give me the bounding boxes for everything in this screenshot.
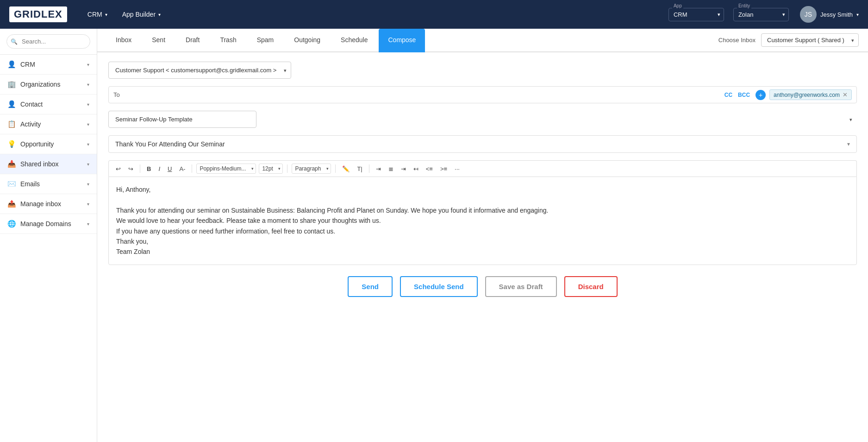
tab-schedule[interactable]: Schedule xyxy=(331,29,377,52)
toolbar-separator-5 xyxy=(369,164,369,173)
sidebar-item-opportunity[interactable]: 💡 Opportunity ▾ xyxy=(0,134,97,154)
toolbar-separator-3 xyxy=(287,164,287,173)
tab-trash[interactable]: Trash xyxy=(211,29,245,52)
shared-inbox-icon: 📥 xyxy=(7,160,16,168)
search-wrapper xyxy=(6,34,90,49)
main-layout: 👤 CRM ▾ 🏢 Organizations ▾ 👤 Contact ▾ 📋 … xyxy=(0,29,868,442)
manage-inbox-icon: 📤 xyxy=(7,200,16,208)
organizations-icon: 🏢 xyxy=(7,80,16,88)
body-line4: If you have any questions or need furthe… xyxy=(116,226,849,236)
user-chevron-icon: ▾ xyxy=(856,12,859,17)
undo-button[interactable]: ↩ xyxy=(113,164,123,174)
tab-bar-right: Choose Inbox Customer Support ( Shared ) xyxy=(718,33,859,47)
from-selector[interactable]: Customer Support < customersupport@cs.gr… xyxy=(108,62,291,79)
cc-button[interactable]: CC xyxy=(723,91,734,99)
font-size-select[interactable]: 12pt xyxy=(259,164,283,174)
outdent-button[interactable]: <≡ xyxy=(424,164,435,174)
sidebar-item-label: Emails xyxy=(20,180,40,188)
opportunity-icon: 💡 xyxy=(7,140,16,148)
schedule-send-button[interactable]: Schedule Send xyxy=(400,276,478,297)
manage-domains-chevron-icon: ▾ xyxy=(87,221,89,227)
sidebar-item-activity[interactable]: 📋 Activity ▾ xyxy=(0,114,97,134)
indent-left-button[interactable]: ↤ xyxy=(411,164,421,174)
body-greeting: Hi, Anthony, xyxy=(116,184,849,195)
send-button[interactable]: Send xyxy=(348,276,393,297)
organizations-chevron-icon: ▾ xyxy=(87,82,89,87)
user-name: Jessy Smith xyxy=(820,11,853,18)
content-area: Inbox Sent Draft Trash Spam Outgoing Sch… xyxy=(97,29,868,442)
tab-sent[interactable]: Sent xyxy=(143,29,175,52)
template-select[interactable]: Seminar Follow-Up Template xyxy=(108,111,256,128)
subject-expand-icon[interactable]: ▾ xyxy=(847,141,850,147)
sidebar-search-area xyxy=(0,29,97,55)
nav-items: CRM ▾ App Builder ▾ xyxy=(81,7,668,22)
sidebar-item-manage-domains[interactable]: 🌐 Manage Domains ▾ xyxy=(0,214,97,234)
sidebar-item-label: Organizations xyxy=(20,81,60,88)
tab-compose[interactable]: Compose xyxy=(379,29,425,52)
recipient-tag: anthony@greenworks.com ✕ xyxy=(769,89,852,100)
to-label: To xyxy=(113,91,127,98)
top-nav: GRIDLEX CRM ▾ App Builder ▾ App CRM Enti… xyxy=(0,0,868,29)
bold-button[interactable]: B xyxy=(144,164,153,174)
align-left-button[interactable]: ⇥ xyxy=(374,164,383,174)
app-select-wrapper: CRM xyxy=(668,8,724,21)
remove-recipient-button[interactable]: ✕ xyxy=(843,91,848,98)
sidebar-item-emails[interactable]: ✉️ Emails ▾ xyxy=(0,174,97,194)
text-color-button[interactable]: T| xyxy=(355,164,364,174)
contact-icon: 👤 xyxy=(7,100,16,108)
compose-area: Customer Support < customersupport@cs.gr… xyxy=(97,52,868,442)
redo-button[interactable]: ↪ xyxy=(126,164,136,174)
sidebar-item-crm[interactable]: 👤 CRM ▾ xyxy=(0,55,97,75)
sidebar-item-contact[interactable]: 👤 Contact ▾ xyxy=(0,95,97,114)
sidebar-item-label: Activity xyxy=(20,120,41,128)
activity-chevron-icon: ▾ xyxy=(87,122,89,127)
font-decrease-button[interactable]: A- xyxy=(177,164,187,174)
align-center-button[interactable]: ≣ xyxy=(386,164,396,174)
recipient-email: anthony@greenworks.com xyxy=(774,92,840,98)
crm-icon: 👤 xyxy=(7,60,16,69)
italic-button[interactable]: I xyxy=(156,164,162,174)
pen-icon[interactable]: ✏️ xyxy=(340,164,352,174)
entity-label: Entity xyxy=(737,3,751,8)
logo: GRIDLEX xyxy=(9,6,67,22)
body-line6: Team Zolan xyxy=(116,246,849,257)
cc-bcc-buttons: CC BCC xyxy=(723,91,752,99)
underline-button[interactable]: U xyxy=(165,164,174,174)
user-area[interactable]: JS Jessy Smith ▾ xyxy=(800,6,859,23)
opportunity-chevron-icon: ▾ xyxy=(87,142,89,147)
more-button[interactable]: ··· xyxy=(452,164,462,174)
font-name-wrapper: Poppins-Medium... xyxy=(196,164,256,174)
editor-body[interactable]: Hi, Anthony, Thank you for attending our… xyxy=(108,177,857,265)
indent-button[interactable]: >≡ xyxy=(438,164,450,174)
tab-outgoing[interactable]: Outgoing xyxy=(285,29,330,52)
paragraph-wrapper: Paragraph xyxy=(292,164,331,174)
paragraph-select[interactable]: Paragraph xyxy=(292,164,331,174)
to-input[interactable] xyxy=(131,91,719,98)
save-draft-button[interactable]: Save as Draft xyxy=(485,276,557,297)
tab-bar: Inbox Sent Draft Trash Spam Outgoing Sch… xyxy=(97,29,868,52)
align-right-button[interactable]: ⇥ xyxy=(399,164,408,174)
font-name-select[interactable]: Poppins-Medium... xyxy=(196,164,256,174)
sidebar-item-manage-inbox[interactable]: 📤 Manage inbox ▾ xyxy=(0,194,97,214)
avatar: JS xyxy=(800,6,817,23)
manage-inbox-chevron-icon: ▾ xyxy=(87,202,89,207)
tab-spam[interactable]: Spam xyxy=(248,29,283,52)
toolbar-separator-2 xyxy=(192,164,192,173)
inbox-select[interactable]: Customer Support ( Shared ) xyxy=(761,33,859,47)
discard-button[interactable]: Discard xyxy=(564,276,618,297)
bcc-button[interactable]: BCC xyxy=(736,91,752,99)
search-input[interactable] xyxy=(6,34,90,49)
crm-chevron-icon: ▾ xyxy=(87,62,89,67)
font-size-wrapper: 12pt xyxy=(259,164,283,174)
sidebar-item-shared-inbox[interactable]: 📥 Shared inbox ▾ xyxy=(0,154,97,174)
tab-inbox[interactable]: Inbox xyxy=(106,29,141,52)
nav-crm[interactable]: CRM ▾ xyxy=(81,7,114,22)
entity-select[interactable]: Zolan xyxy=(733,8,789,21)
manage-domains-icon: 🌐 xyxy=(7,220,16,228)
nav-app-builder[interactable]: App Builder ▾ xyxy=(116,7,167,22)
tab-draft[interactable]: Draft xyxy=(176,29,209,52)
add-recipient-button[interactable]: + xyxy=(756,90,766,100)
app-select[interactable]: CRM xyxy=(668,8,724,21)
subject-input[interactable] xyxy=(115,140,847,148)
sidebar-item-organizations[interactable]: 🏢 Organizations ▾ xyxy=(0,75,97,95)
